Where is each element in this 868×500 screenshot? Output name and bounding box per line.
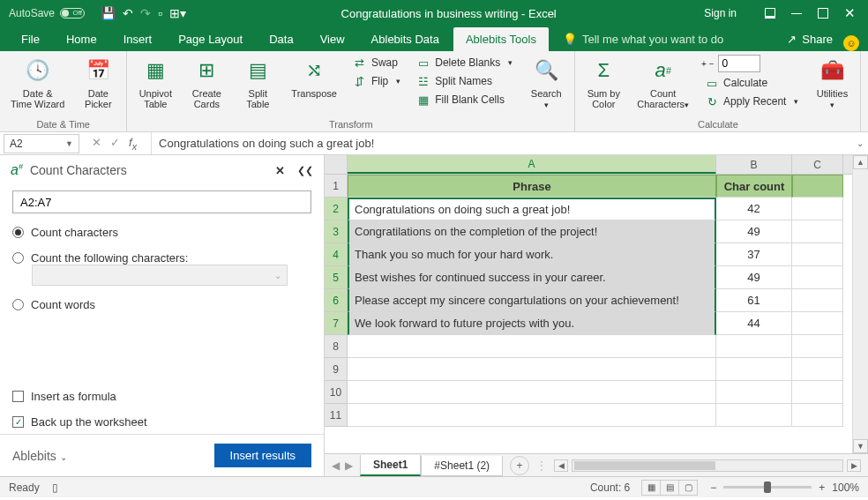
sign-in-link[interactable]: Sign in <box>704 7 752 19</box>
horizontal-scrollbar[interactable]: ◀ ▶ <box>547 459 868 472</box>
tab-ablebits-data[interactable]: Ablebits Data <box>359 27 452 51</box>
tab-page-layout[interactable]: Page Layout <box>166 27 255 51</box>
delete-blanks-button[interactable]: ▭Delete Blanks▾ <box>413 55 516 71</box>
new-file-icon[interactable]: ▫ <box>158 6 162 20</box>
header-cell[interactable]: Phrase <box>348 175 716 198</box>
number-stepper[interactable]: + − <box>701 55 802 72</box>
date-picker-button[interactable]: 📅Date Picker <box>77 55 119 111</box>
cell[interactable] <box>792 312 843 335</box>
cell[interactable] <box>348 404 716 427</box>
row-header[interactable]: 1 <box>325 175 348 198</box>
count-characters-button[interactable]: a#Count Characters▾ <box>633 55 692 112</box>
fill-blank-cells-button[interactable]: ▦Fill Blank Cells <box>413 92 516 108</box>
tab-file[interactable]: File <box>9 27 52 51</box>
apply-recent-button[interactable]: ↻Apply Recent▾ <box>701 93 802 109</box>
number-input[interactable] <box>718 55 760 72</box>
minimize-icon[interactable] <box>791 13 802 14</box>
tab-data[interactable]: Data <box>257 27 305 51</box>
chevron-down-icon[interactable]: ▼ <box>65 139 73 148</box>
ablebits-menu[interactable]: Ablebits ⌄ <box>12 449 67 463</box>
close-panel-icon[interactable]: ✕ <box>270 164 290 177</box>
cell[interactable]: Congratulations on doing such a great jo… <box>348 198 716 220</box>
transpose-button[interactable]: ⤭Transpose <box>288 55 340 101</box>
calculate-button[interactable]: ▭Calculate <box>701 75 802 91</box>
autosave-toggle[interactable]: AutoSave Off <box>0 7 94 19</box>
new-sheet-button[interactable]: + <box>510 456 529 475</box>
page-layout-view-icon[interactable]: ▤ <box>660 480 679 496</box>
enter-formula-icon[interactable]: ✓ <box>110 136 120 152</box>
column-header-a[interactable]: A <box>348 155 716 174</box>
maximize-icon[interactable] <box>818 8 828 19</box>
cell[interactable] <box>792 198 843 220</box>
cell[interactable] <box>792 335 843 358</box>
row-header[interactable]: 7 <box>325 312 348 335</box>
normal-view-icon[interactable]: ▦ <box>641 480 661 496</box>
row-header[interactable]: 9 <box>325 358 348 381</box>
column-header-b[interactable]: B <box>716 155 792 174</box>
create-cards-button[interactable]: ⊞Create Cards <box>185 55 228 111</box>
flip-button[interactable]: ⇵Flip▾ <box>349 73 404 89</box>
header-cell[interactable]: Char count <box>716 175 792 198</box>
cell[interactable] <box>716 404 792 427</box>
cell[interactable] <box>348 358 716 381</box>
cell[interactable]: 49 <box>716 266 792 289</box>
redo-icon[interactable]: ↷ <box>140 6 151 20</box>
scroll-down-icon[interactable]: ▼ <box>853 439 868 453</box>
cell[interactable] <box>792 243 843 266</box>
page-break-view-icon[interactable]: ▢ <box>678 480 698 496</box>
option-count-words[interactable]: Count words <box>12 298 311 311</box>
touch-mode-icon[interactable]: ⊞▾ <box>169 6 186 20</box>
ribbon-display-icon[interactable] <box>765 8 775 19</box>
zoom-in-button[interactable]: + <box>819 481 825 494</box>
sheet-tab-sheet1[interactable]: Sheet1 <box>360 455 421 476</box>
row-header[interactable]: 6 <box>325 289 348 312</box>
cell[interactable] <box>792 220 843 243</box>
cell[interactable] <box>716 381 792 404</box>
range-input[interactable] <box>12 190 311 213</box>
share-button[interactable]: ↗Share <box>778 27 842 51</box>
macro-recorder-icon[interactable]: ▯ <box>52 481 58 494</box>
row-header[interactable]: 3 <box>325 220 348 243</box>
vertical-scrollbar[interactable]: ▲ ▼ <box>852 155 868 453</box>
expand-formula-bar[interactable]: ⌄ <box>852 138 868 148</box>
insert-results-button[interactable]: Insert results <box>214 444 311 467</box>
cell[interactable] <box>792 381 843 404</box>
utilities-button[interactable]: 🧰Utilities▾ <box>811 55 853 112</box>
row-header[interactable]: 10 <box>325 381 348 404</box>
cell[interactable] <box>792 175 843 198</box>
cell[interactable] <box>792 266 843 289</box>
cell[interactable] <box>792 404 843 427</box>
cell[interactable]: Thank you so much for your hard work. <box>348 243 716 266</box>
scroll-up-icon[interactable]: ▲ <box>853 155 868 169</box>
tab-view[interactable]: View <box>308 27 357 51</box>
cell[interactable] <box>348 335 716 358</box>
save-icon[interactable]: 💾 <box>101 6 116 20</box>
next-sheet-icon[interactable]: ▶ <box>345 459 353 472</box>
swap-button[interactable]: ⇄Swap <box>349 55 404 71</box>
scroll-left-icon[interactable]: ◀ <box>554 459 568 472</box>
cell[interactable] <box>716 335 792 358</box>
cell[interactable]: 42 <box>716 198 792 220</box>
cell[interactable] <box>792 358 843 381</box>
cell[interactable]: 44 <box>716 312 792 335</box>
cancel-formula-icon[interactable]: ✕ <box>92 136 101 152</box>
row-header[interactable]: 2 <box>325 198 348 220</box>
collapse-panel-icon[interactable]: ❮❮ <box>297 165 313 176</box>
cell[interactable]: 49 <box>716 220 792 243</box>
cell[interactable]: 61 <box>716 289 792 312</box>
fx-icon[interactable]: fx <box>129 136 142 152</box>
tell-me-search[interactable]: 💡Tell me what you want to do <box>550 27 736 51</box>
sum-by-color-button[interactable]: ΣSum by Color <box>582 55 625 111</box>
sheet-tab-sheet1-2[interactable]: #Sheet1 (2) <box>421 456 503 476</box>
zoom-out-button[interactable]: − <box>710 481 716 494</box>
cell[interactable] <box>792 289 843 312</box>
select-all-corner[interactable] <box>325 155 348 174</box>
prev-sheet-icon[interactable]: ◀ <box>332 459 340 472</box>
scroll-right-icon[interactable]: ▶ <box>847 459 861 472</box>
row-header[interactable]: 11 <box>325 404 348 427</box>
characters-dropdown[interactable]: ⌄ <box>32 265 288 286</box>
cell[interactable]: 37 <box>716 243 792 266</box>
cell[interactable]: We look forward to future projects with … <box>348 312 716 335</box>
split-table-button[interactable]: ▤Split Table <box>236 55 279 111</box>
tab-ablebits-tools[interactable]: Ablebits Tools <box>453 27 549 51</box>
